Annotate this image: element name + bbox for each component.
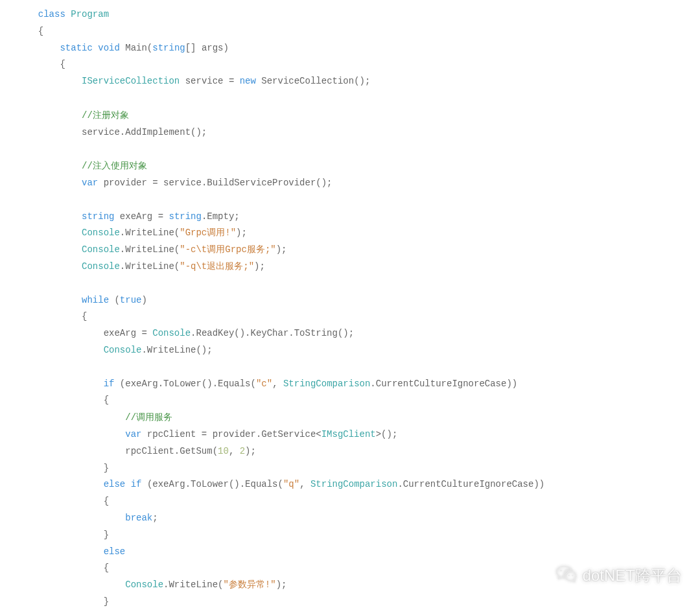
token-id: .CurrentCultureIgnoreCase)) [370, 379, 517, 389]
code-line: if (exeArg.ToLower().Equals("c", StringC… [0, 379, 517, 389]
token-id: { [82, 311, 87, 322]
code-line: Console.WriteLine("Grpc调用!"); [0, 228, 247, 238]
code-line: var provider = service.BuildServiceProvi… [0, 178, 332, 188]
token-id: ); [276, 244, 287, 255]
code-line: exeArg = Console.ReadKey().KeyChar.ToStr… [0, 328, 354, 338]
token-type: StringComparison [310, 479, 397, 489]
token-kw: void [98, 43, 120, 53]
token-id: .WriteLine( [120, 228, 180, 238]
token-kw: while [82, 295, 109, 305]
token-cm: 注入使用对象 [93, 160, 147, 170]
code-line: { [0, 311, 87, 322]
token-str: "q" [283, 479, 299, 489]
token-str: "c" [256, 379, 272, 389]
code-line: } [0, 530, 109, 540]
code-line [0, 278, 16, 288]
token-str: "参数异常!" [223, 579, 275, 590]
token-cm-slash: // [82, 110, 93, 121]
token-id: , [229, 446, 240, 456]
token-id: service.AddImplement(); [82, 127, 207, 137]
token-id: , [299, 479, 310, 489]
code-line: class Program [0, 9, 109, 19]
token-type: Console [125, 579, 163, 590]
code-line: { [0, 26, 43, 36]
token-id: Main( [125, 43, 152, 53]
code-line: { [0, 496, 109, 506]
token-str: "-q\t退出服务;" [180, 261, 254, 272]
token-str: "Grpc调用!" [180, 228, 236, 238]
token-id: { [104, 496, 109, 506]
code-line: { [0, 395, 109, 405]
token-kw: true [120, 295, 142, 305]
code-line: //调用服务 [0, 412, 172, 423]
code-line: else if (exeArg.ToLower().Equals("q", St… [0, 479, 544, 489]
token-id: rpcClient = provider.GetService< [147, 429, 321, 439]
code-line: Console.WriteLine("-q\t退出服务;"); [0, 261, 265, 272]
token-id: >(); [376, 429, 398, 439]
token-id: } [104, 596, 109, 607]
code-line: rpcClient.GetSum(10, 2); [0, 446, 256, 456]
token-cm: 调用服务 [136, 412, 172, 422]
token-type: Console [82, 244, 120, 255]
token-id: ) [141, 295, 146, 305]
token-id: { [60, 59, 65, 69]
token-id: .WriteLine( [120, 244, 180, 255]
code-line: var rpcClient = provider.GetService<IMsg… [0, 429, 397, 439]
code-line: while (true) [0, 295, 147, 305]
token-id: .Empty; [202, 211, 240, 222]
token-kw: if [131, 479, 142, 489]
token-id: .ReadKey().KeyChar.ToString(); [191, 328, 354, 338]
token-kw: break [125, 513, 152, 523]
code-line [0, 194, 16, 205]
token-id: (exeArg.ToLower().Equals( [147, 479, 283, 489]
code-line: service.AddImplement(); [0, 127, 207, 137]
token-kw: if [104, 379, 115, 389]
token-id: .CurrentCultureIgnoreCase)) [397, 479, 544, 489]
token-id: { [38, 26, 43, 36]
code-line: Console.WriteLine(); [0, 345, 213, 355]
code-line: //注册对象 [0, 110, 129, 121]
code-line: } [0, 596, 109, 607]
code-line: string exeArg = string.Empty; [0, 211, 240, 222]
token-id: ); [276, 579, 287, 590]
token-type: IServiceCollection [82, 76, 180, 86]
token-str: "-c\t调用Grpc服务;" [180, 244, 275, 255]
token-id: .WriteLine( [163, 579, 223, 590]
token-kw: else [104, 479, 126, 489]
token-kw: else [104, 546, 126, 557]
token-cm-slash: // [125, 412, 136, 423]
token-id: provider = service.BuildServiceProvider(… [104, 178, 332, 188]
code-line: break; [0, 513, 158, 523]
token-id: exeArg = [104, 328, 153, 338]
code-line [0, 93, 16, 103]
code-line: IServiceCollection service = new Service… [0, 76, 370, 86]
code-line: Console.WriteLine("-c\t调用Grpc服务;"); [0, 244, 287, 255]
code-line: { [0, 59, 65, 69]
token-id: ServiceCollection(); [261, 76, 370, 86]
token-id: ); [236, 228, 247, 238]
token-id: service = [185, 76, 240, 86]
token-id: ( [114, 295, 119, 305]
token-id: ); [245, 446, 256, 456]
code-line: } [0, 463, 109, 473]
code-line: static void Main(string[] args) [0, 43, 229, 53]
code-line [0, 362, 16, 372]
token-type: Console [104, 345, 142, 355]
token-id: } [104, 530, 109, 540]
token-id: (exeArg.ToLower().Equals( [120, 379, 256, 389]
token-kw: string [152, 43, 185, 53]
code-line: else [0, 546, 125, 557]
token-id: { [104, 563, 109, 573]
token-id: rpcClient.GetSum( [125, 446, 218, 456]
token-kw: class [38, 9, 65, 19]
token-type: Console [82, 261, 120, 272]
token-kw: string [169, 211, 201, 222]
token-id: .WriteLine(); [141, 345, 212, 355]
token-num: 2 [240, 446, 245, 456]
token-kw: static [60, 43, 92, 53]
token-kw: var [125, 429, 141, 439]
token-kw: var [82, 178, 98, 188]
token-kw: string [82, 211, 114, 222]
token-type: StringComparison [283, 379, 370, 389]
token-id: ; [152, 513, 158, 523]
